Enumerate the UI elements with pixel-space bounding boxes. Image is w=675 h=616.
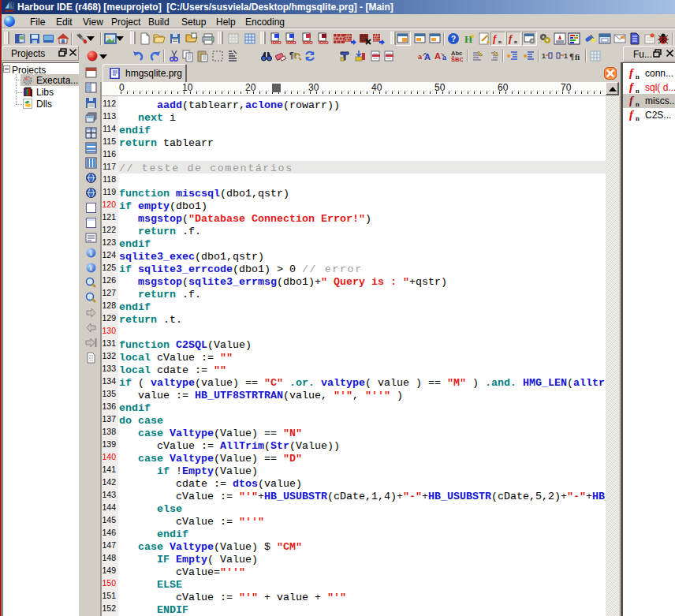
svg-text:fi: fi xyxy=(575,53,580,62)
svg-text:¶: ¶ xyxy=(569,51,574,61)
svg-text:n: n xyxy=(636,114,640,121)
svg-text:ŠBC: ŠBC xyxy=(451,56,463,62)
svg-text:f: f xyxy=(493,32,498,44)
svg-text:H: H xyxy=(464,33,472,45)
svg-text:n: n xyxy=(498,39,502,45)
svg-text:f: f xyxy=(629,95,635,106)
svg-text:A: A xyxy=(424,52,431,62)
svg-text:1: 1 xyxy=(564,52,568,60)
svg-text:f: f xyxy=(629,109,635,121)
svg-text:n: n xyxy=(636,73,640,80)
svg-text:IOIO: IOIO xyxy=(271,40,282,45)
svg-text:n: n xyxy=(636,100,640,107)
svg-text:1: 1 xyxy=(542,52,546,60)
svg-text:f: f xyxy=(509,32,513,44)
svg-text:IOIO: IOIO xyxy=(303,40,313,45)
svg-text:n: n xyxy=(514,39,517,45)
svg-text:n: n xyxy=(636,87,640,94)
svg-text:f: f xyxy=(629,67,635,79)
svg-text:?: ? xyxy=(451,35,456,43)
svg-text:IOIO: IOIO xyxy=(286,40,296,45)
svg-text:IOIO: IOIO xyxy=(319,40,329,45)
svg-text:f: f xyxy=(629,81,635,93)
svg-text:a: a xyxy=(442,54,447,62)
